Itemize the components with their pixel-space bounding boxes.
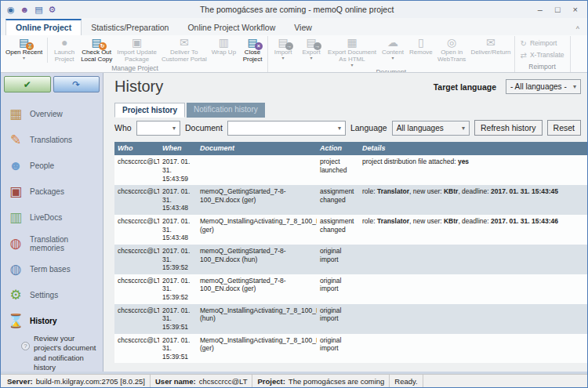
cell-who: chcsccrcc@LT (114, 334, 159, 364)
notes-shortcut-icon[interactable]: ▤ (34, 1, 42, 18)
check-out-local-copy-button[interactable]: ▤↻Check Out Local Copy (78, 36, 114, 64)
table-row[interactable]: chcsccrcc@LT2017. 01. 31.15:39:51MemoQ_I… (114, 304, 587, 334)
minimize-button[interactable]: – (538, 5, 543, 14)
export-icon: ▤→ (306, 37, 316, 49)
table-row[interactable]: chcsccrcc@LT2017. 01. 31.15:43:59project… (114, 155, 587, 185)
table-body: chcsccrcc@LT2017. 01. 31.15:43:59project… (114, 155, 587, 363)
ribbon-tab-online-project[interactable]: Online Project (5, 19, 82, 35)
sidebar-item-livedocs[interactable]: ▥LiveDocs (1, 205, 103, 230)
remove-icon: ▯ (418, 37, 424, 49)
cell-action: original import (317, 245, 359, 274)
cell-action: original import (317, 274, 359, 304)
ribbon-collapse-icon[interactable]: ^ (576, 25, 579, 33)
maximize-button[interactable]: □ (555, 5, 561, 14)
ribbon-group-label: Manage Project (3, 64, 267, 73)
ribbon-group-buttons: ↻Reimport⇄X-Translate (516, 36, 569, 63)
import-update-package-icon: ▣ (132, 37, 142, 49)
when-date: 2017. 01. 31. (162, 187, 194, 204)
remove-label: Remove (409, 49, 433, 56)
sidebar-item-label: Settings (30, 291, 58, 299)
deliver-to-customer-portal-label: Deliver To Customer Portal (162, 49, 207, 63)
target-language-select[interactable]: - All languages - ▾ (506, 79, 581, 94)
details-text: project distribution file attached: (362, 158, 458, 165)
sidebar-item-translation-memories[interactable]: ◍Translation memories (1, 230, 103, 256)
column-header-who[interactable]: Who (114, 142, 159, 155)
translations-icon: ✎ (5, 132, 26, 148)
column-header-when[interactable]: When (159, 142, 197, 155)
sidebar-toolbar: ✔↷ (1, 76, 103, 92)
tab-project-history[interactable]: Project history (114, 103, 185, 118)
cell-who: chcsccrcc@LT (114, 304, 159, 334)
table-row[interactable]: chcsccrcc@LT2017. 01. 31.15:39:51MemoQ_I… (114, 334, 587, 364)
table-row[interactable]: chcsccrcc@LT2017. 01. 31.15:43:48MemoQ_I… (114, 215, 587, 245)
quick-access-toolbar: ◉☻▤⚙ (7, 1, 56, 18)
close-project-button[interactable]: ▤×Close Project (238, 36, 267, 64)
options-shortcut-icon[interactable]: ⚙ (49, 1, 56, 18)
open-recent-button[interactable]: ▤⌛Open Recent▾ (3, 36, 45, 61)
page-title: History (114, 78, 163, 96)
sidebar-item-translations[interactable]: ✎Translations (1, 127, 103, 153)
confirm-button[interactable]: ✔ (4, 76, 51, 92)
deliver-return-button: ✉Deliver/Return (468, 36, 513, 57)
ribbon-tab-statistics-preparation[interactable]: Statistics/Preparation (82, 20, 178, 35)
sync-button[interactable]: ↷ (53, 76, 100, 92)
document-select[interactable]: ▾ (227, 121, 346, 136)
remove-button: ▯Remove (407, 36, 435, 57)
close-button[interactable]: × (573, 5, 578, 14)
tab-notification-history[interactable]: Notification history (187, 103, 265, 118)
cell-document: memoQ_GettingStarted_7-8-100_EN.docx (hu… (197, 245, 317, 274)
details-value: yes (458, 158, 469, 165)
sidebar-item-people[interactable]: ☻People (1, 153, 103, 179)
content-button: ☁Content▾ (379, 36, 407, 61)
chevron-down-icon: ▾ (462, 125, 465, 132)
wrap-up-label: Wrap Up (212, 49, 236, 56)
sidebar-item-label: Packages (30, 187, 64, 196)
language-select[interactable]: All languages ▾ (392, 121, 470, 136)
memoq-logo-icon[interactable]: ◉ (7, 1, 15, 18)
ribbon-separator (47, 38, 48, 63)
launch-project-icon: ● (61, 37, 67, 49)
sidebar-item-overview[interactable]: ▦Overview (1, 101, 103, 127)
cell-document: MemoQ_InstallingActivating_7_8_100_EN.do… (197, 215, 317, 245)
cell-document: MemoQ_InstallingActivating_7_8_100_EN.do… (197, 334, 317, 364)
column-header-details[interactable]: Details (359, 142, 587, 155)
details-text: , new user: (409, 217, 444, 225)
who-select[interactable]: ▾ (136, 121, 180, 136)
refresh-history-button[interactable]: Refresh history (474, 120, 543, 136)
sidebar-item-packages[interactable]: ▣Packages (1, 179, 103, 205)
launch-project-label: Launch Project (54, 49, 74, 63)
deliver-return-label: Deliver/Return (470, 49, 510, 56)
reset-button[interactable]: Reset (547, 120, 581, 136)
ribbon-group-reimport: ↻Reimport⇄X-TranslateReimport (515, 36, 571, 72)
details-text: role: (362, 217, 377, 225)
reimport-button: ↻Reimport (516, 38, 562, 49)
when-date: 2017. 01. 31. (162, 158, 194, 174)
cell-when: 2017. 01. 31.15:43:48 (159, 215, 197, 245)
icon-glyph: ◎ (447, 36, 456, 49)
import-button: ▤→Import▾ (269, 36, 297, 61)
chevron-down-icon: ▾ (391, 56, 394, 60)
table-row[interactable]: chcsccrcc@LT2017. 01. 31.15:39:52memoQ_G… (114, 274, 587, 304)
sidebar-item-term-bases[interactable]: ◍Term bases (1, 256, 103, 282)
cell-document: memoQ_GettingStarted_7-8-100_EN.docx (ge… (197, 185, 317, 215)
icon-glyph: ☁ (387, 36, 398, 49)
details-text: , deadline: (458, 217, 491, 225)
table-row[interactable]: chcsccrcc@LT2017. 01. 31.15:43:48memoQ_G… (114, 185, 587, 215)
people-shortcut-icon[interactable]: ☻ (20, 1, 30, 18)
column-header-action[interactable]: Action (317, 142, 359, 155)
column-header-document[interactable]: Document (197, 142, 317, 155)
chevron-down-icon: ▾ (573, 83, 576, 90)
ribbon-tab-online-project-workflow[interactable]: Online Project Workflow (178, 20, 285, 35)
when-time: 15:39:52 (162, 293, 194, 302)
table-row[interactable]: chcsccrcc@LT2017. 01. 31.15:39:52memoQ_G… (114, 245, 587, 274)
history-icon: ⌛ (5, 313, 26, 329)
check-out-local-copy-label: Check Out Local Copy (81, 49, 112, 63)
deliver-return-icon: ✉ (486, 37, 495, 49)
cell-when: 2017. 01. 31.15:43:59 (159, 155, 197, 185)
icon-badge: ⌛ (26, 42, 34, 50)
ribbon-tab-view[interactable]: View (285, 20, 321, 35)
sidebar-item-history[interactable]: ⌛History (1, 308, 103, 334)
term-bases-icon: ◍ (5, 261, 26, 277)
sidebar-item-settings[interactable]: ⚙Settings (1, 282, 103, 308)
cell-details (359, 334, 587, 364)
